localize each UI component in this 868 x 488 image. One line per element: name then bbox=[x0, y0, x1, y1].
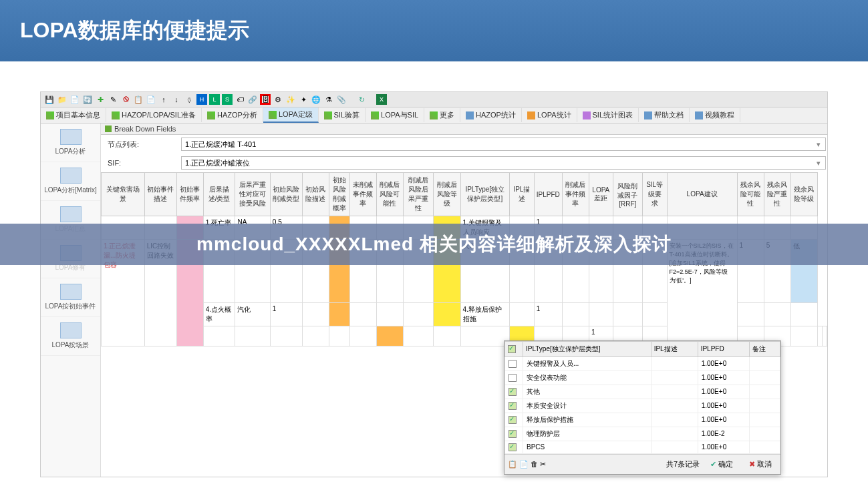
cell[interactable] bbox=[434, 326, 460, 346]
checkbox[interactable] bbox=[509, 388, 517, 396]
cell[interactable] bbox=[403, 303, 434, 326]
cell[interactable] bbox=[737, 303, 764, 326]
checkbox[interactable] bbox=[509, 402, 517, 410]
cell[interactable] bbox=[329, 326, 349, 346]
h-icon[interactable]: H bbox=[196, 94, 207, 105]
paste-icon[interactable]: 📄 bbox=[146, 94, 156, 105]
folder-icon[interactable]: 📁 bbox=[57, 94, 67, 105]
col-header[interactable]: 后果严重性对应可接受风险 bbox=[235, 173, 270, 216]
sidebar-item-5[interactable]: LOPA按场景 bbox=[41, 317, 100, 356]
tag-icon[interactable]: 🏷 bbox=[235, 94, 245, 105]
tab-4[interactable]: SIL验算 bbox=[319, 108, 366, 122]
popup-row[interactable]: 关键报警及人员...1.00E+0 bbox=[505, 356, 780, 371]
cell[interactable]: 汽化 bbox=[235, 303, 270, 326]
cell[interactable] bbox=[302, 326, 329, 346]
col-header[interactable]: IPLPFD bbox=[534, 173, 562, 216]
cell[interactable] bbox=[329, 303, 349, 326]
col-header[interactable]: 残余风险严重性 bbox=[764, 173, 790, 216]
breakdown-header[interactable]: Break Down Fields bbox=[101, 124, 827, 135]
cell[interactable] bbox=[589, 303, 613, 326]
tab-10[interactable]: 帮助文档 bbox=[639, 108, 690, 122]
tab-8[interactable]: LOPA统计 bbox=[522, 108, 577, 122]
sif-select[interactable] bbox=[181, 156, 826, 170]
sidebar-item-1[interactable]: LOPA分析[Matrix] bbox=[41, 162, 100, 201]
cell[interactable] bbox=[270, 326, 302, 346]
col-header[interactable]: 削减后风险可能性 bbox=[376, 173, 403, 216]
col-header[interactable]: LOPA建议 bbox=[667, 173, 737, 216]
tab-2[interactable]: HAZOP分析 bbox=[202, 108, 263, 122]
popup-col[interactable]: IPLPFD bbox=[698, 341, 749, 356]
col-header[interactable]: 初始事件描述 bbox=[144, 173, 176, 216]
s-icon[interactable]: S bbox=[222, 94, 233, 105]
col-header[interactable]: 后果描述/类型 bbox=[203, 173, 235, 216]
col-header[interactable]: IPLType[独立保护层类型] bbox=[460, 173, 510, 216]
cell[interactable] bbox=[510, 303, 535, 326]
col-header[interactable]: 削减后风险后果严重性 bbox=[403, 173, 434, 216]
cell[interactable] bbox=[790, 326, 817, 346]
node-select[interactable] bbox=[181, 138, 826, 151]
edit-icon[interactable]: ✎ bbox=[108, 94, 118, 105]
cell[interactable] bbox=[764, 303, 790, 326]
delete-icon[interactable]: 🛇 bbox=[120, 94, 131, 105]
doc-icon[interactable]: 📋 📄 🗑 ✂ bbox=[508, 460, 546, 469]
globe-icon[interactable]: 🌐 bbox=[311, 94, 321, 105]
col-header[interactable]: 未削减事件频率 bbox=[349, 173, 376, 216]
tab-5[interactable]: LOPA与SIL bbox=[366, 108, 424, 122]
tab-0[interactable]: 项目基本信息 bbox=[41, 108, 106, 122]
col-header[interactable]: 关键危害场景 bbox=[102, 173, 145, 216]
cell[interactable] bbox=[376, 303, 403, 326]
dropdown-icon[interactable]: ▾ bbox=[817, 140, 821, 149]
checkbox[interactable] bbox=[509, 360, 517, 368]
tab-9[interactable]: SIL统计图表 bbox=[577, 108, 639, 122]
col-header[interactable]: 初始事件频率 bbox=[176, 173, 203, 216]
cell[interactable] bbox=[434, 303, 460, 326]
cell[interactable]: 1 bbox=[534, 303, 562, 326]
checkbox[interactable] bbox=[509, 374, 517, 382]
col-header[interactable]: 削减后风险等级 bbox=[434, 173, 460, 216]
cell[interactable] bbox=[613, 303, 642, 326]
popup-row[interactable]: 释放后保护措施1.00E+0 bbox=[505, 413, 780, 427]
popup-col[interactable]: IPLType[独立保护层类型] bbox=[523, 341, 652, 356]
highlighted-tool-icon[interactable]: 🗄 bbox=[260, 94, 271, 105]
sync-icon[interactable]: ↻ bbox=[356, 94, 367, 105]
col-header[interactable]: 初始风险削减概率 bbox=[329, 173, 349, 216]
popup-col[interactable]: 备注 bbox=[749, 341, 780, 356]
col-header[interactable]: 残余风险可能性 bbox=[737, 173, 764, 216]
page-icon[interactable]: 📄 bbox=[69, 94, 80, 105]
cell[interactable] bbox=[235, 326, 270, 346]
popup-col[interactable]: IPL描述 bbox=[651, 341, 698, 356]
ok-button[interactable]: ✔确定 bbox=[705, 458, 738, 471]
wand-icon[interactable]: ✨ bbox=[285, 94, 296, 105]
cell[interactable] bbox=[823, 326, 827, 346]
insert-icon[interactable]: ⎀ bbox=[184, 94, 194, 105]
up-icon[interactable]: ↑ bbox=[158, 94, 169, 105]
excel-icon[interactable]: X bbox=[376, 94, 387, 105]
copy-icon[interactable]: 📋 bbox=[133, 94, 144, 105]
cell[interactable] bbox=[790, 303, 817, 326]
cell[interactable] bbox=[349, 326, 376, 346]
collapse-icon[interactable] bbox=[105, 126, 112, 132]
cell[interactable] bbox=[302, 303, 329, 326]
sidebar-item-4[interactable]: LOPA按初始事件 bbox=[41, 278, 100, 317]
col-header[interactable]: IPL描述 bbox=[510, 173, 535, 216]
popup-row[interactable]: 物理防护层1.00E-2 bbox=[505, 427, 780, 441]
cancel-button[interactable]: ✖取消 bbox=[744, 458, 777, 471]
col-header[interactable]: 残余风险等级 bbox=[790, 173, 817, 216]
col-header[interactable]: LOPA差距 bbox=[589, 173, 613, 216]
flask-icon[interactable]: ⚗ bbox=[323, 94, 334, 105]
col-header[interactable]: 削减后事件频率 bbox=[562, 173, 589, 216]
star-icon[interactable]: ✦ bbox=[298, 94, 309, 105]
save-icon[interactable]: 💾 bbox=[44, 94, 55, 105]
checkbox[interactable] bbox=[509, 443, 517, 451]
cell[interactable] bbox=[349, 303, 376, 326]
cell[interactable] bbox=[642, 303, 667, 326]
cell[interactable] bbox=[562, 303, 589, 326]
tab-3[interactable]: LOPA定级 bbox=[263, 107, 319, 123]
refresh-icon[interactable]: 🔄 bbox=[82, 94, 93, 105]
clip-icon[interactable]: 📎 bbox=[336, 94, 347, 105]
tab-6[interactable]: 更多 bbox=[424, 108, 460, 122]
col-header[interactable]: 风险削减因子[RRF] bbox=[613, 173, 642, 216]
col-header[interactable]: 初始风险削减类型 bbox=[270, 173, 302, 216]
cell[interactable]: 1 bbox=[270, 303, 302, 326]
tab-1[interactable]: HAZOP/LOPA/SIL准备 bbox=[106, 108, 202, 122]
